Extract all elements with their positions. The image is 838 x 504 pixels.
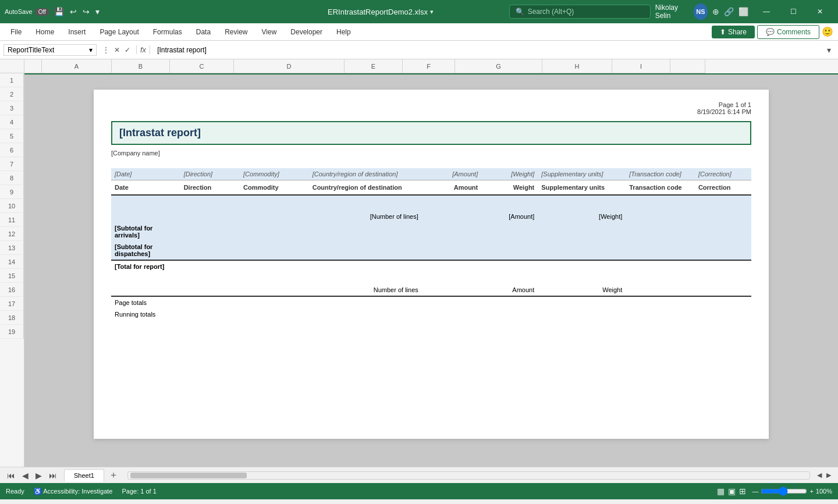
search-input[interactable]	[528, 8, 644, 16]
col-header-e[interactable]: E	[345, 59, 403, 73]
page-break-view-icon[interactable]: ⊞	[739, 487, 746, 496]
menu-page-layout[interactable]: Page Layout	[94, 26, 144, 38]
header-correction: [Correction]	[695, 168, 751, 180]
col-header-row: A B C D E F G H I	[24, 59, 838, 74]
add-sheet-button[interactable]: ＋	[104, 468, 123, 482]
ribbon-icon[interactable]: 🔗	[724, 7, 734, 16]
zoom-slider[interactable]	[761, 487, 807, 496]
scroll-left-button[interactable]: ◀	[815, 471, 824, 479]
row-16[interactable]: 16	[0, 283, 24, 297]
number-of-lines-label: [Number of lines]	[309, 211, 422, 222]
expand-formula-icon[interactable]: ⋮	[102, 46, 109, 54]
data-area-row-3: [Number of lines] [Amount] [Weight]	[111, 211, 751, 222]
row-6[interactable]: 6	[0, 143, 24, 157]
file-dropdown-icon[interactable]: ▾	[430, 8, 434, 16]
emoji-button[interactable]: 🙂	[822, 26, 833, 37]
col-weight: Weight	[481, 180, 538, 196]
total-row: [Total for report]	[111, 260, 751, 272]
view-icons: ▦ ▣ ⊞	[717, 487, 746, 496]
col-header-d[interactable]: D	[234, 59, 345, 73]
col-header-g[interactable]: G	[455, 59, 542, 73]
page-layout-view-icon[interactable]: ▣	[728, 487, 736, 496]
col-transaction: Transaction code	[626, 180, 695, 196]
autosave-state[interactable]: Off	[35, 8, 49, 16]
row-15[interactable]: 15	[0, 269, 24, 283]
undo-icon[interactable]: ↩	[70, 7, 77, 16]
zoom-in-button[interactable]: +	[809, 488, 813, 495]
row-12[interactable]: 12	[0, 227, 24, 241]
user-badge: Nikolay Selin NS	[655, 3, 708, 20]
menu-data[interactable]: Data	[190, 26, 216, 38]
maximize-button[interactable]: ☐	[780, 0, 807, 23]
row-18[interactable]: 18	[0, 311, 24, 325]
header-direction: [Direction]	[180, 168, 240, 180]
row-8[interactable]: 8	[0, 171, 24, 185]
close-button[interactable]: ✕	[807, 0, 833, 23]
row-5[interactable]: 5	[0, 129, 24, 143]
scrollbar-thumb[interactable]	[130, 473, 247, 478]
save-icon[interactable]: 💾	[54, 7, 64, 16]
redo-icon[interactable]: ↪	[83, 7, 90, 16]
row-4[interactable]: 4	[0, 115, 24, 129]
share-toolbar-icon[interactable]: ⬜	[738, 7, 748, 16]
col-header-b[interactable]: B	[112, 59, 170, 73]
scroll-right-button[interactable]: ▶	[824, 471, 833, 479]
title-bar-right: 🔍 Nikolay Selin NS ⊕ 🔗 ⬜ — ☐ ✕	[509, 0, 833, 23]
horizontal-scrollbar[interactable]	[127, 471, 810, 480]
help-icon[interactable]: ⊕	[712, 7, 719, 16]
col-header-h[interactable]: H	[542, 59, 612, 73]
customize-icon[interactable]: ▾	[95, 7, 100, 16]
sheet-area[interactable]: A B C D E F G H I Page 1 of 1 8/19/2021 …	[24, 59, 838, 467]
menu-developer[interactable]: Developer	[285, 26, 328, 38]
autosave-toggle[interactable]: AutoSave Off	[5, 8, 49, 16]
next-sheet-button[interactable]: ▶	[33, 470, 44, 481]
row-17[interactable]: 17	[0, 297, 24, 311]
status-bar: Ready ♿ Accessibility: Investigate Page:…	[0, 483, 838, 499]
user-avatar[interactable]: NS	[694, 3, 708, 20]
share-button[interactable]: ⬆ Share	[712, 26, 755, 38]
row-10[interactable]: 10	[0, 199, 24, 213]
name-box-dropdown-icon[interactable]: ▾	[89, 46, 93, 54]
ready-status: Ready	[6, 488, 24, 495]
cancel-formula-icon[interactable]: ✕	[114, 46, 120, 54]
report-table: [Date] [Direction] [Commodity] [Country/…	[111, 168, 751, 320]
col-header-f[interactable]: F	[403, 59, 455, 73]
menu-review[interactable]: Review	[219, 26, 253, 38]
prev-sheet-button[interactable]: ◀	[20, 470, 31, 481]
menu-home[interactable]: Home	[30, 26, 60, 38]
menu-help[interactable]: Help	[331, 26, 357, 38]
minimize-button[interactable]: —	[753, 0, 780, 23]
confirm-formula-icon[interactable]: ✓	[125, 46, 130, 54]
row-9[interactable]: 9	[0, 185, 24, 199]
search-box[interactable]: 🔍	[509, 5, 651, 19]
last-sheet-button[interactable]: ⏭	[47, 470, 59, 481]
menu-file[interactable]: File	[5, 26, 27, 38]
col-header-i[interactable]: I	[612, 59, 670, 73]
data-cell-empty-1	[111, 195, 180, 200]
total-label: [Total for report]	[111, 260, 180, 272]
formula-expand-icon[interactable]: ▾	[823, 45, 835, 55]
name-box[interactable]: ReportTitleText ▾	[3, 44, 97, 56]
row-14[interactable]: 14	[0, 255, 24, 269]
formula-content[interactable]: [Intrastat report]	[152, 46, 821, 54]
menu-formulas[interactable]: Formulas	[147, 26, 188, 38]
row-1[interactable]: 1	[0, 73, 24, 87]
menu-view[interactable]: View	[256, 26, 283, 38]
sheet-tab-sheet1[interactable]: Sheet1	[64, 469, 104, 482]
row-11[interactable]: 11	[0, 213, 24, 227]
autosave-label: AutoSave	[5, 8, 33, 15]
row-2[interactable]: 2	[0, 87, 24, 101]
col-header-c[interactable]: C	[170, 59, 234, 73]
comments-button[interactable]: 💬 Comments	[757, 25, 819, 39]
row-3[interactable]: 3	[0, 101, 24, 115]
summary-weight-header: Weight	[538, 284, 626, 296]
menu-insert[interactable]: Insert	[62, 26, 91, 38]
col-header-a[interactable]: A	[42, 59, 112, 73]
row-19[interactable]: 19	[0, 325, 24, 339]
normal-view-icon[interactable]: ▦	[717, 487, 725, 496]
row-13[interactable]: 13	[0, 241, 24, 255]
zoom-out-button[interactable]: —	[752, 488, 758, 495]
first-sheet-button[interactable]: ⏮	[5, 470, 17, 481]
summary-empty-3	[240, 284, 309, 296]
row-7[interactable]: 7	[0, 157, 24, 171]
